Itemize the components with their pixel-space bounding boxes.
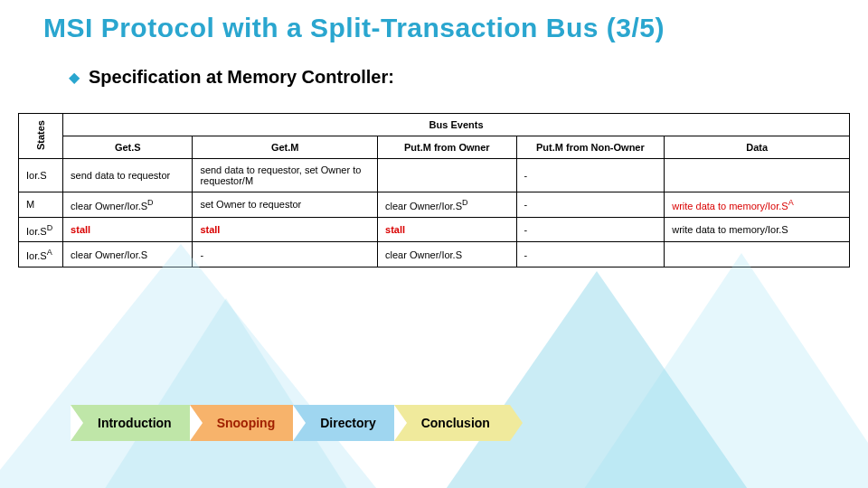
- nav-introduction[interactable]: Introduction: [71, 405, 192, 441]
- cell: set Owner to requestor: [193, 192, 378, 218]
- col-gets: Get.S: [63, 136, 193, 159]
- row-state: Ior.SA: [19, 242, 63, 267]
- cell: send data to requestor: [63, 159, 193, 192]
- row-state: Ior.SD: [19, 217, 63, 242]
- cell: -: [516, 192, 665, 218]
- col-data: Data: [665, 136, 850, 159]
- col-getm: Get.M: [193, 136, 378, 159]
- table-row: Ior.SAclear Owner/Ior.S-clear Owner/Ior.…: [19, 242, 850, 267]
- cell: -: [516, 242, 665, 267]
- diamond-bullet-icon: ◆: [69, 69, 80, 86]
- nav-conclusion[interactable]: Conclusion: [394, 405, 510, 441]
- table-row: Ior.SDstallstallstall-write data to memo…: [19, 217, 850, 242]
- cell: clear Owner/Ior.SD: [378, 192, 516, 218]
- subheading: Specification at Memory Controller:: [89, 67, 394, 88]
- bg-triangle: [0, 244, 398, 488]
- table-row: Ior.Ssend data to requestorsend data to …: [19, 159, 850, 192]
- states-header: States: [19, 114, 63, 159]
- cell: -: [516, 217, 665, 242]
- cell: clear Owner/Ior.S: [378, 242, 516, 267]
- cell: [665, 242, 850, 267]
- row-state: Ior.S: [19, 159, 63, 192]
- column-header-row: Get.S Get.M Put.M from Owner Put.M from …: [19, 136, 850, 159]
- cell: write data to memory/Ior.SA: [665, 192, 850, 218]
- spec-table: States Bus Events Get.S Get.M Put.M from…: [18, 113, 850, 267]
- bullet-row: ◆ Specification at Memory Controller:: [69, 67, 850, 88]
- cell: write data to memory/Ior.S: [665, 217, 850, 242]
- bus-events-header: Bus Events: [63, 114, 850, 136]
- cell: stall: [193, 217, 378, 242]
- cell: [378, 159, 516, 192]
- cell: -: [193, 242, 378, 267]
- cell: -: [516, 159, 665, 192]
- bg-triangle: [434, 271, 760, 488]
- bg-triangle: [99, 298, 353, 488]
- breadcrumb-nav: Introduction Snooping Directory Conclusi…: [71, 405, 510, 441]
- col-putm-owner: Put.M from Owner: [378, 136, 516, 159]
- nav-snooping[interactable]: Snooping: [190, 405, 296, 441]
- cell: stall: [63, 217, 193, 242]
- table-row: Mclear Owner/Ior.SDset Owner to requesto…: [19, 192, 850, 218]
- nav-directory[interactable]: Directory: [293, 405, 395, 441]
- cell: send data to requestor, set Owner to req…: [193, 159, 378, 192]
- slide-title: MSI Protocol with a Split-Transaction Bu…: [43, 13, 850, 43]
- cell: clear Owner/Ior.S: [63, 242, 193, 267]
- row-state: M: [19, 192, 63, 218]
- cell: stall: [378, 217, 516, 242]
- col-putm-nonowner: Put.M from Non-Owner: [516, 136, 665, 159]
- cell: [665, 159, 850, 192]
- bg-triangle: [561, 253, 868, 488]
- cell: clear Owner/Ior.SD: [63, 192, 193, 218]
